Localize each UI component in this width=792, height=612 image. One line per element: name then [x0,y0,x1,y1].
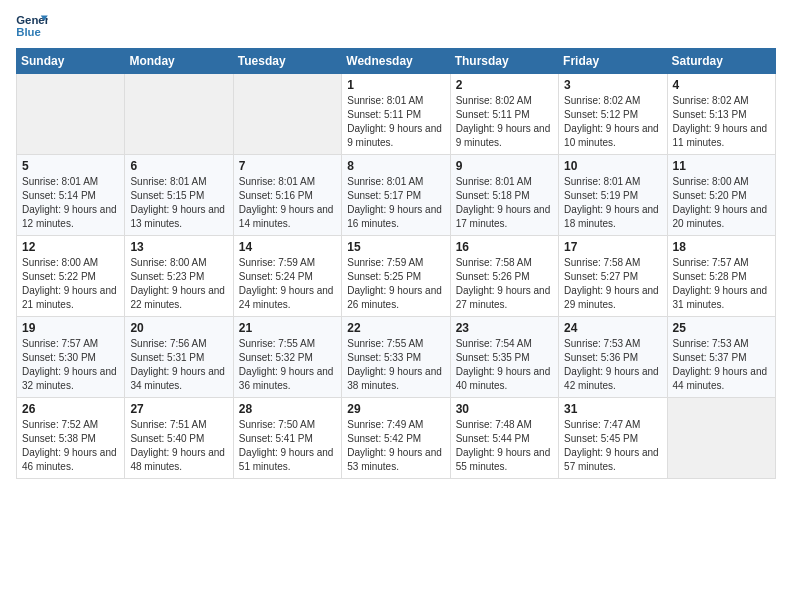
day-info: Sunrise: 7:58 AM Sunset: 5:26 PM Dayligh… [456,256,553,312]
calendar-cell: 19Sunrise: 7:57 AM Sunset: 5:30 PM Dayli… [17,317,125,398]
day-info: Sunrise: 7:55 AM Sunset: 5:32 PM Dayligh… [239,337,336,393]
day-number: 8 [347,159,444,173]
day-info: Sunrise: 8:01 AM Sunset: 5:18 PM Dayligh… [456,175,553,231]
day-info: Sunrise: 8:02 AM Sunset: 5:12 PM Dayligh… [564,94,661,150]
calendar-week-row: 12Sunrise: 8:00 AM Sunset: 5:22 PM Dayli… [17,236,776,317]
day-number: 5 [22,159,119,173]
day-number: 15 [347,240,444,254]
calendar-table: SundayMondayTuesdayWednesdayThursdayFrid… [16,48,776,479]
day-info: Sunrise: 7:58 AM Sunset: 5:27 PM Dayligh… [564,256,661,312]
day-number: 28 [239,402,336,416]
day-number: 4 [673,78,770,92]
calendar-cell: 28Sunrise: 7:50 AM Sunset: 5:41 PM Dayli… [233,398,341,479]
day-number: 18 [673,240,770,254]
day-number: 6 [130,159,227,173]
day-number: 9 [456,159,553,173]
calendar-cell: 15Sunrise: 7:59 AM Sunset: 5:25 PM Dayli… [342,236,450,317]
calendar-cell: 29Sunrise: 7:49 AM Sunset: 5:42 PM Dayli… [342,398,450,479]
calendar-cell: 11Sunrise: 8:00 AM Sunset: 5:20 PM Dayli… [667,155,775,236]
calendar-cell: 24Sunrise: 7:53 AM Sunset: 5:36 PM Dayli… [559,317,667,398]
calendar-cell: 26Sunrise: 7:52 AM Sunset: 5:38 PM Dayli… [17,398,125,479]
day-info: Sunrise: 8:00 AM Sunset: 5:20 PM Dayligh… [673,175,770,231]
day-info: Sunrise: 7:57 AM Sunset: 5:30 PM Dayligh… [22,337,119,393]
day-number: 30 [456,402,553,416]
day-number: 26 [22,402,119,416]
calendar-cell: 9Sunrise: 8:01 AM Sunset: 5:18 PM Daylig… [450,155,558,236]
day-number: 27 [130,402,227,416]
calendar-body: 1Sunrise: 8:01 AM Sunset: 5:11 PM Daylig… [17,74,776,479]
day-info: Sunrise: 7:57 AM Sunset: 5:28 PM Dayligh… [673,256,770,312]
day-number: 16 [456,240,553,254]
day-info: Sunrise: 8:01 AM Sunset: 5:19 PM Dayligh… [564,175,661,231]
calendar-cell: 1Sunrise: 8:01 AM Sunset: 5:11 PM Daylig… [342,74,450,155]
day-info: Sunrise: 7:53 AM Sunset: 5:36 PM Dayligh… [564,337,661,393]
header: General Blue [16,12,776,40]
day-info: Sunrise: 8:01 AM Sunset: 5:11 PM Dayligh… [347,94,444,150]
calendar-cell [667,398,775,479]
day-info: Sunrise: 7:55 AM Sunset: 5:33 PM Dayligh… [347,337,444,393]
day-number: 23 [456,321,553,335]
day-number: 13 [130,240,227,254]
weekday-header: Wednesday [342,49,450,74]
calendar-cell [125,74,233,155]
weekday-header: Thursday [450,49,558,74]
day-info: Sunrise: 7:50 AM Sunset: 5:41 PM Dayligh… [239,418,336,474]
day-info: Sunrise: 8:02 AM Sunset: 5:13 PM Dayligh… [673,94,770,150]
calendar-cell [233,74,341,155]
day-info: Sunrise: 7:59 AM Sunset: 5:24 PM Dayligh… [239,256,336,312]
calendar-cell: 17Sunrise: 7:58 AM Sunset: 5:27 PM Dayli… [559,236,667,317]
day-number: 12 [22,240,119,254]
day-info: Sunrise: 7:53 AM Sunset: 5:37 PM Dayligh… [673,337,770,393]
calendar-week-row: 1Sunrise: 8:01 AM Sunset: 5:11 PM Daylig… [17,74,776,155]
weekday-header: Friday [559,49,667,74]
calendar-cell: 10Sunrise: 8:01 AM Sunset: 5:19 PM Dayli… [559,155,667,236]
calendar-cell: 13Sunrise: 8:00 AM Sunset: 5:23 PM Dayli… [125,236,233,317]
day-number: 20 [130,321,227,335]
calendar-cell: 25Sunrise: 7:53 AM Sunset: 5:37 PM Dayli… [667,317,775,398]
day-info: Sunrise: 7:49 AM Sunset: 5:42 PM Dayligh… [347,418,444,474]
calendar-cell: 12Sunrise: 8:00 AM Sunset: 5:22 PM Dayli… [17,236,125,317]
day-number: 31 [564,402,661,416]
weekday-header: Saturday [667,49,775,74]
day-info: Sunrise: 7:51 AM Sunset: 5:40 PM Dayligh… [130,418,227,474]
calendar-cell: 18Sunrise: 7:57 AM Sunset: 5:28 PM Dayli… [667,236,775,317]
day-number: 29 [347,402,444,416]
day-number: 25 [673,321,770,335]
calendar-cell: 8Sunrise: 8:01 AM Sunset: 5:17 PM Daylig… [342,155,450,236]
calendar-cell: 23Sunrise: 7:54 AM Sunset: 5:35 PM Dayli… [450,317,558,398]
day-number: 1 [347,78,444,92]
day-info: Sunrise: 7:54 AM Sunset: 5:35 PM Dayligh… [456,337,553,393]
day-info: Sunrise: 8:01 AM Sunset: 5:16 PM Dayligh… [239,175,336,231]
day-info: Sunrise: 8:01 AM Sunset: 5:15 PM Dayligh… [130,175,227,231]
calendar-cell: 16Sunrise: 7:58 AM Sunset: 5:26 PM Dayli… [450,236,558,317]
day-number: 11 [673,159,770,173]
calendar-cell: 20Sunrise: 7:56 AM Sunset: 5:31 PM Dayli… [125,317,233,398]
day-info: Sunrise: 8:01 AM Sunset: 5:17 PM Dayligh… [347,175,444,231]
day-info: Sunrise: 8:00 AM Sunset: 5:23 PM Dayligh… [130,256,227,312]
calendar-cell: 2Sunrise: 8:02 AM Sunset: 5:11 PM Daylig… [450,74,558,155]
calendar-cell: 31Sunrise: 7:47 AM Sunset: 5:45 PM Dayli… [559,398,667,479]
day-info: Sunrise: 7:47 AM Sunset: 5:45 PM Dayligh… [564,418,661,474]
weekday-header: Tuesday [233,49,341,74]
day-number: 22 [347,321,444,335]
day-info: Sunrise: 7:59 AM Sunset: 5:25 PM Dayligh… [347,256,444,312]
day-number: 14 [239,240,336,254]
day-info: Sunrise: 8:01 AM Sunset: 5:14 PM Dayligh… [22,175,119,231]
calendar-cell: 5Sunrise: 8:01 AM Sunset: 5:14 PM Daylig… [17,155,125,236]
calendar-cell: 30Sunrise: 7:48 AM Sunset: 5:44 PM Dayli… [450,398,558,479]
day-info: Sunrise: 7:52 AM Sunset: 5:38 PM Dayligh… [22,418,119,474]
calendar-cell: 4Sunrise: 8:02 AM Sunset: 5:13 PM Daylig… [667,74,775,155]
calendar-header: SundayMondayTuesdayWednesdayThursdayFrid… [17,49,776,74]
svg-text:Blue: Blue [16,26,41,38]
day-number: 10 [564,159,661,173]
day-info: Sunrise: 8:02 AM Sunset: 5:11 PM Dayligh… [456,94,553,150]
calendar-cell: 21Sunrise: 7:55 AM Sunset: 5:32 PM Dayli… [233,317,341,398]
day-number: 17 [564,240,661,254]
day-number: 24 [564,321,661,335]
day-number: 21 [239,321,336,335]
logo-icon: General Blue [16,12,48,40]
calendar-week-row: 26Sunrise: 7:52 AM Sunset: 5:38 PM Dayli… [17,398,776,479]
calendar-cell [17,74,125,155]
page-container: General Blue SundayMondayTuesdayWednesda… [0,0,792,487]
calendar-cell: 14Sunrise: 7:59 AM Sunset: 5:24 PM Dayli… [233,236,341,317]
